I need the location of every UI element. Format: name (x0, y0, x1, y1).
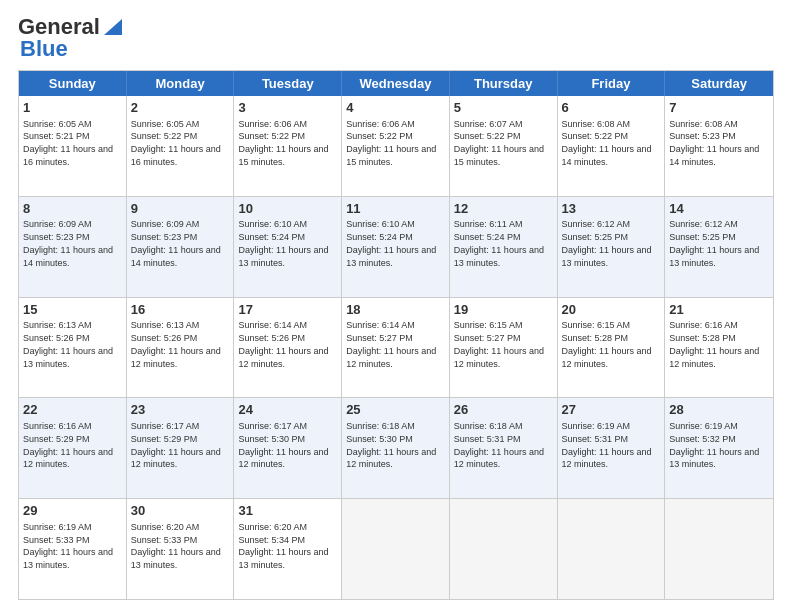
day-info: Sunrise: 6:18 AMSunset: 5:30 PMDaylight:… (346, 421, 436, 469)
empty-cell (450, 499, 558, 599)
day-number: 12 (454, 200, 553, 218)
day-number: 24 (238, 401, 337, 419)
day-cell-16: 16Sunrise: 6:13 AMSunset: 5:26 PMDayligh… (127, 298, 235, 398)
day-info: Sunrise: 6:16 AMSunset: 5:28 PMDaylight:… (669, 320, 759, 368)
day-info: Sunrise: 6:13 AMSunset: 5:26 PMDaylight:… (23, 320, 113, 368)
day-cell-1: 1Sunrise: 6:05 AMSunset: 5:21 PMDaylight… (19, 96, 127, 196)
day-info: Sunrise: 6:20 AMSunset: 5:34 PMDaylight:… (238, 522, 328, 570)
day-number: 20 (562, 301, 661, 319)
day-info: Sunrise: 6:09 AMSunset: 5:23 PMDaylight:… (23, 219, 113, 267)
day-info: Sunrise: 6:10 AMSunset: 5:24 PMDaylight:… (346, 219, 436, 267)
page: General Blue SundayMondayTuesdayWednesda… (0, 0, 792, 612)
day-cell-9: 9Sunrise: 6:09 AMSunset: 5:23 PMDaylight… (127, 197, 235, 297)
day-number: 18 (346, 301, 445, 319)
day-cell-4: 4Sunrise: 6:06 AMSunset: 5:22 PMDaylight… (342, 96, 450, 196)
day-info: Sunrise: 6:08 AMSunset: 5:23 PMDaylight:… (669, 119, 759, 167)
day-cell-8: 8Sunrise: 6:09 AMSunset: 5:23 PMDaylight… (19, 197, 127, 297)
day-cell-12: 12Sunrise: 6:11 AMSunset: 5:24 PMDayligh… (450, 197, 558, 297)
logo-general-text: General (18, 16, 100, 38)
day-info: Sunrise: 6:17 AMSunset: 5:30 PMDaylight:… (238, 421, 328, 469)
day-number: 14 (669, 200, 769, 218)
day-info: Sunrise: 6:15 AMSunset: 5:27 PMDaylight:… (454, 320, 544, 368)
day-info: Sunrise: 6:14 AMSunset: 5:26 PMDaylight:… (238, 320, 328, 368)
day-cell-23: 23Sunrise: 6:17 AMSunset: 5:29 PMDayligh… (127, 398, 235, 498)
day-info: Sunrise: 6:17 AMSunset: 5:29 PMDaylight:… (131, 421, 221, 469)
day-info: Sunrise: 6:11 AMSunset: 5:24 PMDaylight:… (454, 219, 544, 267)
day-cell-24: 24Sunrise: 6:17 AMSunset: 5:30 PMDayligh… (234, 398, 342, 498)
day-cell-30: 30Sunrise: 6:20 AMSunset: 5:33 PMDayligh… (127, 499, 235, 599)
day-info: Sunrise: 6:07 AMSunset: 5:22 PMDaylight:… (454, 119, 544, 167)
day-number: 8 (23, 200, 122, 218)
calendar: SundayMondayTuesdayWednesdayThursdayFrid… (18, 70, 774, 600)
empty-cell (665, 499, 773, 599)
day-info: Sunrise: 6:05 AMSunset: 5:21 PMDaylight:… (23, 119, 113, 167)
day-cell-26: 26Sunrise: 6:18 AMSunset: 5:31 PMDayligh… (450, 398, 558, 498)
day-info: Sunrise: 6:12 AMSunset: 5:25 PMDaylight:… (562, 219, 652, 267)
week-row-3: 15Sunrise: 6:13 AMSunset: 5:26 PMDayligh… (19, 298, 773, 399)
day-number: 22 (23, 401, 122, 419)
day-cell-29: 29Sunrise: 6:19 AMSunset: 5:33 PMDayligh… (19, 499, 127, 599)
day-cell-5: 5Sunrise: 6:07 AMSunset: 5:22 PMDaylight… (450, 96, 558, 196)
day-info: Sunrise: 6:15 AMSunset: 5:28 PMDaylight:… (562, 320, 652, 368)
day-info: Sunrise: 6:19 AMSunset: 5:32 PMDaylight:… (669, 421, 759, 469)
day-number: 26 (454, 401, 553, 419)
day-cell-11: 11Sunrise: 6:10 AMSunset: 5:24 PMDayligh… (342, 197, 450, 297)
day-number: 25 (346, 401, 445, 419)
day-cell-28: 28Sunrise: 6:19 AMSunset: 5:32 PMDayligh… (665, 398, 773, 498)
day-number: 3 (238, 99, 337, 117)
day-cell-22: 22Sunrise: 6:16 AMSunset: 5:29 PMDayligh… (19, 398, 127, 498)
svg-marker-0 (104, 19, 122, 35)
day-header-thursday: Thursday (450, 71, 558, 96)
day-info: Sunrise: 6:18 AMSunset: 5:31 PMDaylight:… (454, 421, 544, 469)
day-number: 6 (562, 99, 661, 117)
week-row-2: 8Sunrise: 6:09 AMSunset: 5:23 PMDaylight… (19, 197, 773, 298)
day-info: Sunrise: 6:13 AMSunset: 5:26 PMDaylight:… (131, 320, 221, 368)
day-info: Sunrise: 6:06 AMSunset: 5:22 PMDaylight:… (238, 119, 328, 167)
day-cell-13: 13Sunrise: 6:12 AMSunset: 5:25 PMDayligh… (558, 197, 666, 297)
logo-arrow-icon (104, 19, 122, 38)
day-header-saturday: Saturday (665, 71, 773, 96)
day-number: 23 (131, 401, 230, 419)
week-row-5: 29Sunrise: 6:19 AMSunset: 5:33 PMDayligh… (19, 499, 773, 599)
day-number: 2 (131, 99, 230, 117)
day-number: 5 (454, 99, 553, 117)
day-number: 29 (23, 502, 122, 520)
header: General Blue (18, 16, 774, 60)
day-cell-3: 3Sunrise: 6:06 AMSunset: 5:22 PMDaylight… (234, 96, 342, 196)
day-info: Sunrise: 6:20 AMSunset: 5:33 PMDaylight:… (131, 522, 221, 570)
day-number: 15 (23, 301, 122, 319)
day-cell-31: 31Sunrise: 6:20 AMSunset: 5:34 PMDayligh… (234, 499, 342, 599)
empty-cell (342, 499, 450, 599)
day-cell-15: 15Sunrise: 6:13 AMSunset: 5:26 PMDayligh… (19, 298, 127, 398)
day-header-wednesday: Wednesday (342, 71, 450, 96)
day-cell-21: 21Sunrise: 6:16 AMSunset: 5:28 PMDayligh… (665, 298, 773, 398)
day-cell-17: 17Sunrise: 6:14 AMSunset: 5:26 PMDayligh… (234, 298, 342, 398)
day-cell-10: 10Sunrise: 6:10 AMSunset: 5:24 PMDayligh… (234, 197, 342, 297)
day-info: Sunrise: 6:08 AMSunset: 5:22 PMDaylight:… (562, 119, 652, 167)
day-number: 4 (346, 99, 445, 117)
day-number: 9 (131, 200, 230, 218)
day-cell-27: 27Sunrise: 6:19 AMSunset: 5:31 PMDayligh… (558, 398, 666, 498)
day-number: 19 (454, 301, 553, 319)
day-cell-6: 6Sunrise: 6:08 AMSunset: 5:22 PMDaylight… (558, 96, 666, 196)
day-cell-2: 2Sunrise: 6:05 AMSunset: 5:22 PMDaylight… (127, 96, 235, 196)
day-number: 28 (669, 401, 769, 419)
day-number: 16 (131, 301, 230, 319)
day-info: Sunrise: 6:09 AMSunset: 5:23 PMDaylight:… (131, 219, 221, 267)
day-number: 7 (669, 99, 769, 117)
day-info: Sunrise: 6:12 AMSunset: 5:25 PMDaylight:… (669, 219, 759, 267)
day-cell-20: 20Sunrise: 6:15 AMSunset: 5:28 PMDayligh… (558, 298, 666, 398)
logo-blue-text: Blue (20, 36, 68, 61)
day-info: Sunrise: 6:05 AMSunset: 5:22 PMDaylight:… (131, 119, 221, 167)
day-info: Sunrise: 6:06 AMSunset: 5:22 PMDaylight:… (346, 119, 436, 167)
day-cell-14: 14Sunrise: 6:12 AMSunset: 5:25 PMDayligh… (665, 197, 773, 297)
day-number: 13 (562, 200, 661, 218)
day-cell-18: 18Sunrise: 6:14 AMSunset: 5:27 PMDayligh… (342, 298, 450, 398)
day-number: 21 (669, 301, 769, 319)
day-cell-7: 7Sunrise: 6:08 AMSunset: 5:23 PMDaylight… (665, 96, 773, 196)
day-info: Sunrise: 6:14 AMSunset: 5:27 PMDaylight:… (346, 320, 436, 368)
week-row-4: 22Sunrise: 6:16 AMSunset: 5:29 PMDayligh… (19, 398, 773, 499)
day-info: Sunrise: 6:19 AMSunset: 5:31 PMDaylight:… (562, 421, 652, 469)
day-number: 27 (562, 401, 661, 419)
day-cell-25: 25Sunrise: 6:18 AMSunset: 5:30 PMDayligh… (342, 398, 450, 498)
